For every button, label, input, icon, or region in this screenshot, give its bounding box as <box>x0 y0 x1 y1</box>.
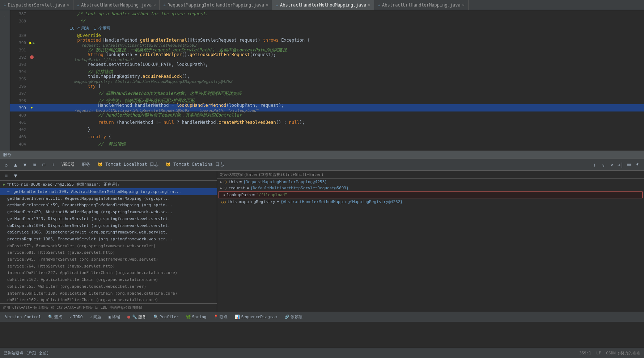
status-left: 已到达断点 (片刻 之前) <box>4 350 49 356</box>
thread-item[interactable]: ▶ *http-nio-8080-exec-7"@2,655 在组'main':… <box>0 181 217 188</box>
debug-tab-services[interactable]: 服务 <box>79 161 93 168</box>
call-stack-frame-16[interactable]: doFilter:162, ApplicationFilterChain (or… <box>0 296 217 303</box>
line-num-401: 401 <box>10 120 28 125</box>
restart-btn[interactable]: ↺ <box>2 161 10 169</box>
tab-abstract-url[interactable]: ☕ AbstractUrlHandlerMapping.java ✕ <box>374 0 468 10</box>
status-right: 359:1 LF CSDN @努力的布布 <box>579 350 640 356</box>
watches-btn[interactable]: 👁 <box>634 161 642 169</box>
java-file-icon5: ☕ <box>378 3 380 7</box>
up-btn[interactable]: ▲ <box>12 161 20 169</box>
line-num-399: 399 <box>10 106 28 110</box>
var-request[interactable]: ▶ ⬡ request = {DefaultMultipartHttpServl… <box>217 185 644 191</box>
debug-toolbar: ↺ ▲ ▼ ⊞ ⊟ + 调试器 服务 🐱 Tomcat Localhost 日志… <box>0 159 644 170</box>
tab-request-mapping[interactable]: ☕ RequestMappingInfoHandlerMapping.java … <box>160 0 272 10</box>
bottom-tab-spring[interactable]: 🌿 Spring <box>183 314 209 320</box>
code-line-404: 404 // 释放读锁 <box>10 140 644 148</box>
step-out-btn[interactable]: ↗ <box>608 161 616 169</box>
tomcat-icon: 🐱 <box>98 162 103 167</box>
var-name-registry: this.mappingRegistry <box>227 199 275 204</box>
bottom-tab-version-control[interactable]: Version Control <box>2 314 44 320</box>
bottom-tab-todo[interactable]: ✓ TODO <box>67 314 85 320</box>
code-editor[interactable]: 387 /* Look up a handler method for the … <box>10 10 644 151</box>
breakpoint-392[interactable] <box>30 55 34 59</box>
evaluate-btn[interactable]: ⊞⊟ <box>625 161 633 169</box>
bookmark-icon[interactable]: ⋮ <box>1 12 9 19</box>
tree-btn[interactable]: ⊞ <box>30 161 38 169</box>
run-to-cursor-btn[interactable]: →| <box>617 161 624 169</box>
close-tab-dispatcher[interactable]: ✕ <box>67 3 69 7</box>
filter-icon-btn[interactable]: ≡ <box>2 172 10 180</box>
tab-dispatcher[interactable]: ☕ DispatcherServlet.java ✕ <box>0 0 73 10</box>
call-stack-frame-0[interactable]: → getHandlerInternal:399, AbstractHandle… <box>0 188 217 195</box>
call-stack-frame-10[interactable]: service:945, FrameworkServlet (org.sprin… <box>0 256 217 263</box>
encoding-indicator[interactable]: LF <box>596 351 601 355</box>
section-label: 服务 <box>0 151 644 159</box>
call-stack-frame-3[interactable]: getHandler:429, AbstractHandlerMapping (… <box>0 209 217 215</box>
tomcat2-icon: 🐱 <box>166 162 171 167</box>
bottom-tab-problems[interactable]: ⚠ 问题 <box>87 313 104 320</box>
left-sidebar: ⋮ <box>0 10 10 151</box>
close-tab-active[interactable]: ✕ <box>368 3 370 7</box>
call-stack-frame-8[interactable]: doPost:971, FrameworkServlet (org.spring… <box>0 243 217 249</box>
line-num-400: 400 <box>10 113 28 118</box>
call-stack-panel: ≡ ▼ ▶ *http-nio-8080-exec-7"@2,655 在组'ma… <box>0 171 217 312</box>
var-input-bar: 对表达式求值(Enter)或添加监视(Ctrl+Shift+Enter) <box>217 171 644 179</box>
debug-tab-tomcat-catalina[interactable]: 🐱 Tomcat Catalina 日志 <box>163 161 227 168</box>
add-btn[interactable]: + <box>49 161 57 169</box>
line-num-396: 396 <box>10 84 28 89</box>
var-name-request: request <box>228 186 245 190</box>
debug-tab-tomcat-localhost[interactable]: 🐱 Tomcat Localhost 日志 <box>95 161 161 168</box>
step-into-btn[interactable]: ↘ <box>599 161 607 169</box>
call-stack-frame-11[interactable]: service:764, HttpServlet (javax.servlet.… <box>0 263 217 270</box>
var-val-request: {DefaultMultipartHttpServletRequest@5693… <box>250 186 349 190</box>
step-over-btn[interactable]: ↓ <box>590 161 598 169</box>
find-icon: 🔍 <box>48 315 53 319</box>
editor-area: ⋮ 387 /* Look up a handler method for th… <box>0 10 644 151</box>
position-indicator[interactable]: 359:1 <box>579 351 591 355</box>
var-val-lookup: "/fileupload" <box>256 193 287 197</box>
line-num-387: 387 <box>10 12 28 16</box>
down-btn[interactable]: ▼ <box>21 161 29 169</box>
bottom-tab-sequence-diagram[interactable]: 📊 SequenceDiagram <box>232 314 280 320</box>
line-num-392: 392 <box>10 55 28 60</box>
call-stack-frame-12[interactable]: internalDoFilter:227, ApplicationFilterC… <box>0 269 217 276</box>
thread-run-icon: ▶ <box>3 182 5 187</box>
bottom-tab-find[interactable]: 🔍 查找 <box>45 313 65 320</box>
call-stack-frame-4[interactable]: getHandler:1343, DispatcherServlet (org.… <box>0 215 217 222</box>
bottom-tab-terminal[interactable]: ▣ 终端 <box>106 313 123 320</box>
bottom-tab-profiler[interactable]: 🔍 Profiler <box>151 314 182 320</box>
debug-right-btns: ↓ ↘ ↗ →| ⊞⊟ 👁 <box>590 161 642 169</box>
call-stack-frame-1[interactable]: getHandlerInternal:111, RequestMappingIn… <box>0 195 217 202</box>
var-input-hint: 对表达式求值(Enter)或添加监视(Ctrl+Shift+Enter) <box>220 172 324 177</box>
call-stack-frame-7[interactable]: processRequest:1085, FrameworkServlet (o… <box>0 236 217 243</box>
bottom-tab-dependencies[interactable]: 🔗 依赖项 <box>281 313 305 320</box>
gutter-390: ▶ ▶ <box>28 40 35 45</box>
str-icon-lookup: ▪ <box>223 193 225 197</box>
gutter-392 <box>28 55 35 59</box>
var-mapping-registry[interactable]: ○○ this.mappingRegistry = {AbstractHandl… <box>217 199 644 205</box>
close-tab-request[interactable]: ✕ <box>266 3 268 7</box>
bottom-tab-breakpoints[interactable]: 📍 断点 <box>211 313 230 320</box>
line-num-394: 394 <box>10 70 28 74</box>
bottom-tab-services[interactable]: 🔧 服务 <box>124 313 149 320</box>
call-stack-frame-14[interactable]: doFilter:53, WsFilter (org.apache.tomcat… <box>0 283 217 290</box>
debug-tab-debugger[interactable]: 调试器 <box>59 161 77 168</box>
call-stack-frame-2[interactable]: getHandlerInternal:59, RequestMappingInf… <box>0 202 217 209</box>
profiler-icon: 🔍 <box>153 315 158 319</box>
line-num-403: 403 <box>10 135 28 139</box>
close-tab-abstract[interactable]: ✕ <box>153 3 156 7</box>
tab-abstract-handler-method-active[interactable]: ☕ AbstractHandlerMethodMapping.java ✕ <box>272 0 374 10</box>
close-tab-url[interactable]: ✕ <box>462 3 465 7</box>
sequence-diagram-icon: 📊 <box>235 315 240 319</box>
var-lookup-path[interactable]: ▪ lookupPath = "/fileupload" <box>219 191 643 198</box>
call-stack-frame-5[interactable]: doDispatch:1094, DispatcherServlet (org.… <box>0 222 217 229</box>
call-stack-frame-13[interactable]: doFilter:162, ApplicationFilterChain (or… <box>0 276 217 283</box>
call-stack-frame-15[interactable]: internalDoFilter:189, ApplicationFilterC… <box>0 290 217 297</box>
tab-abstract-handler-mapping[interactable]: ☕ AbstractHandlerMapping.java ✕ <box>73 0 160 10</box>
var-this[interactable]: ▶ ⬡ this = {RequestMappingHandlerMapping… <box>217 179 644 185</box>
call-stack-frame-6[interactable]: doService:1006, DispatcherServlet (org.s… <box>0 229 217 236</box>
filter-btn[interactable]: ⊟ <box>40 161 48 169</box>
line-num-402: 402 <box>10 127 28 132</box>
call-stack-frame-9[interactable]: service:681, HttpServlet (javax.servlet.… <box>0 249 217 256</box>
filter-dropdown-btn[interactable]: ▼ <box>12 172 20 180</box>
